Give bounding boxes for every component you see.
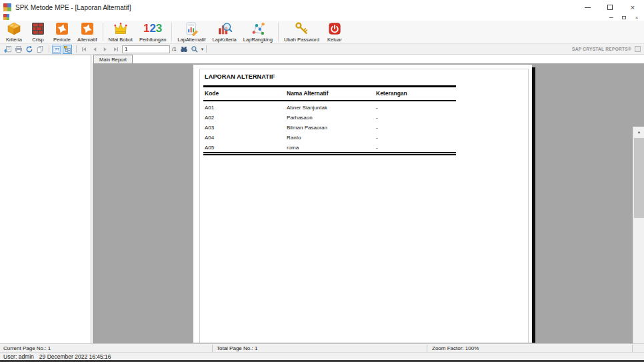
scroll-up-button[interactable]: ▲ bbox=[633, 127, 644, 137]
total-page-status: Total Page No.: 1 bbox=[217, 345, 257, 351]
toolbar-button-lap-kriteria[interactable]: LapKriteria bbox=[209, 21, 239, 43]
toggle-group-tree-button[interactable] bbox=[63, 45, 72, 54]
window-title: SPK Metode MPE - [Laporan Alternatif] bbox=[15, 4, 131, 11]
cell-nama: roma bbox=[287, 145, 299, 151]
export-report-button[interactable] bbox=[3, 45, 13, 54]
toolbar-button-alternatif[interactable]: Alternatif bbox=[74, 21, 101, 43]
vertical-scrollbar[interactable]: ▲ ▼ bbox=[633, 127, 644, 362]
last-page-icon bbox=[112, 45, 120, 53]
main-toolbar: Kriteria Crisp Periode Alternatif bbox=[0, 21, 644, 44]
toolbar-separator bbox=[206, 45, 207, 53]
toolbar-label: Periode bbox=[53, 37, 71, 43]
gold-keys-icon bbox=[293, 21, 310, 36]
toolbar-button-nilai-bobot[interactable]: Nilai Bobot bbox=[105, 21, 136, 43]
close-button[interactable]: × bbox=[621, 0, 644, 15]
report-rule-top bbox=[203, 85, 456, 87]
previous-page-button[interactable] bbox=[90, 45, 99, 54]
next-page-icon bbox=[101, 45, 109, 53]
cell-keterangan: - bbox=[376, 125, 378, 131]
last-page-button[interactable] bbox=[111, 45, 121, 54]
report-chart-pencil-icon bbox=[183, 21, 200, 36]
bar-chart-magnifier-icon bbox=[216, 21, 233, 36]
parameter-panel-icon: ? ? bbox=[53, 45, 61, 53]
copy-icon bbox=[36, 45, 44, 53]
toolbar-button-lap-alternatif[interactable]: LapAlternatif bbox=[174, 21, 209, 43]
orange-star-icon bbox=[53, 21, 71, 36]
minimize-button[interactable] bbox=[576, 0, 599, 15]
toolbar-button-lap-rangking[interactable]: LapRangking bbox=[240, 21, 276, 43]
tab-main-report[interactable]: Main Report bbox=[93, 55, 133, 63]
toolbar-separator bbox=[103, 23, 103, 41]
brand-logo-icon bbox=[635, 46, 641, 52]
cell-nama: Ranto bbox=[287, 135, 301, 141]
toolbar-label: LapKriteria bbox=[212, 37, 236, 43]
find-text-button[interactable] bbox=[179, 45, 189, 54]
cell-kode: A03 bbox=[205, 125, 214, 131]
refresh-button[interactable] bbox=[25, 45, 34, 54]
status-divider bbox=[427, 345, 427, 352]
maximize-button[interactable] bbox=[599, 0, 621, 15]
cell-keterangan: - bbox=[376, 115, 378, 121]
copy-button[interactable] bbox=[35, 45, 45, 54]
page-total-label: /1 bbox=[172, 46, 177, 52]
toolbar-label: Nilai Bobot bbox=[109, 37, 133, 43]
zoom-dropdown-caret-icon[interactable]: ▾ bbox=[201, 47, 204, 52]
cell-keterangan: - bbox=[376, 105, 378, 111]
toolbar-button-kriteria[interactable]: Kriteria bbox=[2, 21, 26, 43]
report-title: LAPORAN ALTERNATIF bbox=[205, 73, 275, 80]
minimize-icon bbox=[585, 7, 591, 8]
cell-kode: A02 bbox=[205, 115, 214, 121]
cell-keterangan: - bbox=[376, 145, 378, 151]
toolbar-button-periode[interactable]: Periode bbox=[50, 21, 74, 43]
report-page: LAPORAN ALTERNATIF Kode Nama Alternatif … bbox=[193, 65, 532, 343]
orange-star-icon bbox=[79, 21, 96, 36]
toolbar-label: Perhitungan bbox=[139, 37, 166, 43]
mdi-restore-icon bbox=[622, 16, 626, 19]
binoculars-icon bbox=[180, 45, 188, 53]
group-tree-icon bbox=[63, 45, 71, 53]
mdi-minimize-icon bbox=[609, 17, 613, 18]
column-header-keterangan: Keterangan bbox=[376, 90, 407, 97]
toolbar-button-crisp[interactable]: Crisp bbox=[26, 21, 50, 43]
toolbar-button-keluar[interactable]: Keluar bbox=[323, 21, 347, 43]
network-scatter-icon bbox=[249, 21, 267, 36]
scrollbar-thumb[interactable] bbox=[634, 138, 644, 218]
toolbar-separator bbox=[171, 23, 172, 41]
toggle-parameter-panel-button[interactable]: ? ? bbox=[52, 45, 61, 54]
report-viewer-area[interactable]: LAPORAN ALTERNATIF Kode Nama Alternatif … bbox=[93, 63, 644, 343]
toolbar-button-ubah-password[interactable]: Ubah Password bbox=[281, 21, 323, 43]
column-header-nama: Nama Alternatif bbox=[287, 90, 329, 97]
page-shadow bbox=[532, 67, 535, 343]
status-divider bbox=[212, 345, 213, 352]
group-tree-panel[interactable] bbox=[0, 55, 91, 343]
mdi-restore-button[interactable] bbox=[621, 15, 627, 20]
zoom-factor-status: Zoom Factor: 100% bbox=[432, 345, 479, 351]
status-divider bbox=[632, 345, 633, 352]
next-page-button[interactable] bbox=[101, 45, 110, 54]
page-margin-border bbox=[199, 69, 529, 343]
sap-crystal-reports-brand: SAP CRYSTAL REPORTS® bbox=[572, 46, 641, 52]
cell-kode: A05 bbox=[205, 145, 214, 151]
app-status-bar: User: admin 29 December 2022 16:45:16 bbox=[0, 352, 644, 360]
crystal-status-bar: Current Page No.: 1 Total Page No.: 1 Zo… bbox=[0, 343, 644, 352]
tab-label: Main Report bbox=[99, 57, 127, 63]
mdi-child-icon[interactable] bbox=[3, 14, 9, 20]
mdi-close-button[interactable]: × bbox=[633, 15, 640, 20]
zoom-button[interactable] bbox=[190, 45, 199, 54]
report-tab-row: Main Report bbox=[93, 55, 644, 63]
toolbar-label: Kriteria bbox=[6, 37, 22, 43]
maximize-icon bbox=[607, 5, 613, 10]
current-page-status: Current Page No.: 1 bbox=[3, 345, 51, 351]
scroll-up-icon: ▲ bbox=[637, 130, 641, 134]
toolbar-label: Alternatif bbox=[77, 37, 97, 43]
brick-block-icon bbox=[5, 21, 23, 36]
first-page-button[interactable] bbox=[79, 45, 89, 54]
toolbar-button-perhitungan[interactable]: 123 Perhitungan bbox=[136, 21, 169, 43]
report-rule-header bbox=[203, 100, 456, 101]
window-controls: × bbox=[576, 0, 644, 15]
refresh-icon bbox=[25, 45, 33, 53]
page-number-input[interactable] bbox=[122, 45, 170, 53]
app-icon bbox=[3, 3, 11, 11]
print-report-button[interactable] bbox=[14, 45, 23, 54]
mdi-minimize-button[interactable] bbox=[608, 15, 615, 20]
